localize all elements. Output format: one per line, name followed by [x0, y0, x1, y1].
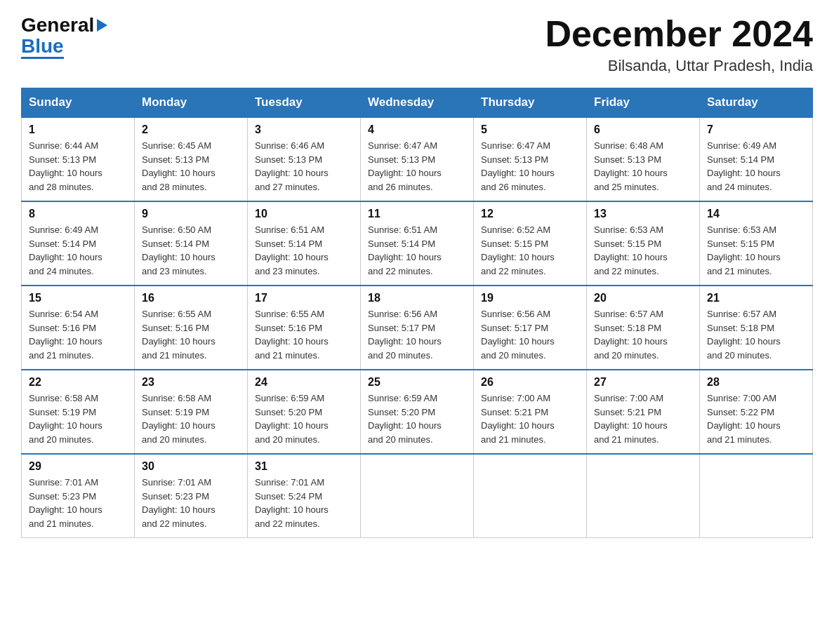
day-info: Sunrise: 6:57 AMSunset: 5:18 PMDaylight:…	[594, 307, 692, 362]
calendar-cell: 9Sunrise: 6:50 AMSunset: 5:14 PMDaylight…	[135, 201, 248, 286]
day-number: 11	[368, 208, 466, 220]
calendar-cell: 7Sunrise: 6:49 AMSunset: 5:14 PMDaylight…	[700, 117, 813, 201]
day-number: 27	[594, 376, 692, 389]
day-number: 6	[594, 123, 692, 136]
calendar-cell: 16Sunrise: 6:55 AMSunset: 5:16 PMDayligh…	[135, 286, 248, 370]
day-info: Sunrise: 7:01 AMSunset: 5:23 PMDaylight:…	[29, 476, 127, 530]
calendar-cell: 20Sunrise: 6:57 AMSunset: 5:18 PMDayligh…	[587, 286, 700, 370]
calendar-cell: 11Sunrise: 6:51 AMSunset: 5:14 PMDayligh…	[361, 201, 474, 286]
day-info: Sunrise: 7:01 AMSunset: 5:24 PMDaylight:…	[255, 476, 353, 530]
calendar-cell: 5Sunrise: 6:47 AMSunset: 5:13 PMDaylight…	[474, 117, 587, 201]
day-number: 16	[142, 292, 240, 304]
calendar-cell: 13Sunrise: 6:53 AMSunset: 5:15 PMDayligh…	[587, 201, 700, 286]
day-number: 12	[481, 208, 579, 220]
day-number: 17	[255, 292, 353, 304]
day-number: 7	[707, 123, 805, 136]
calendar-cell: 17Sunrise: 6:55 AMSunset: 5:16 PMDayligh…	[248, 286, 361, 370]
day-number: 9	[142, 208, 240, 220]
calendar-cell	[361, 454, 474, 538]
calendar-cell	[700, 454, 813, 538]
page-header: General Blue December 2024 Bilsanda, Utt…	[21, 14, 813, 75]
calendar-cell: 25Sunrise: 6:59 AMSunset: 5:20 PMDayligh…	[361, 370, 474, 454]
col-sunday: Sunday	[22, 88, 135, 118]
calendar-cell: 27Sunrise: 7:00 AMSunset: 5:21 PMDayligh…	[587, 370, 700, 454]
title-block: December 2024 Bilsanda, Uttar Pradesh, I…	[545, 14, 813, 75]
day-info: Sunrise: 6:51 AMSunset: 5:14 PMDaylight:…	[368, 223, 466, 278]
day-info: Sunrise: 6:57 AMSunset: 5:18 PMDaylight:…	[707, 307, 805, 362]
day-number: 5	[481, 123, 579, 136]
day-number: 30	[142, 460, 240, 473]
day-info: Sunrise: 6:56 AMSunset: 5:17 PMDaylight:…	[481, 307, 579, 362]
day-info: Sunrise: 6:51 AMSunset: 5:14 PMDaylight:…	[255, 223, 353, 278]
day-info: Sunrise: 6:49 AMSunset: 5:14 PMDaylight:…	[29, 223, 127, 278]
day-number: 24	[255, 376, 353, 389]
calendar-subtitle: Bilsanda, Uttar Pradesh, India	[545, 57, 813, 75]
calendar-cell	[587, 454, 700, 538]
day-info: Sunrise: 6:59 AMSunset: 5:20 PMDaylight:…	[255, 391, 353, 446]
day-info: Sunrise: 7:01 AMSunset: 5:23 PMDaylight:…	[142, 476, 240, 530]
calendar-cell: 28Sunrise: 7:00 AMSunset: 5:22 PMDayligh…	[700, 370, 813, 454]
calendar-cell: 24Sunrise: 6:59 AMSunset: 5:20 PMDayligh…	[248, 370, 361, 454]
day-number: 19	[481, 292, 579, 304]
col-saturday: Saturday	[700, 88, 813, 118]
calendar-cell: 23Sunrise: 6:58 AMSunset: 5:19 PMDayligh…	[135, 370, 248, 454]
logo-triangle-icon	[97, 19, 107, 32]
logo-line1: General	[21, 14, 107, 36]
day-info: Sunrise: 6:56 AMSunset: 5:17 PMDaylight:…	[368, 307, 466, 362]
day-number: 21	[707, 292, 805, 304]
day-number: 4	[368, 123, 466, 136]
calendar-cell: 22Sunrise: 6:58 AMSunset: 5:19 PMDayligh…	[22, 370, 135, 454]
day-number: 23	[142, 376, 240, 389]
day-number: 15	[29, 292, 127, 304]
calendar-cell: 1Sunrise: 6:44 AMSunset: 5:13 PMDaylight…	[22, 117, 135, 201]
day-info: Sunrise: 6:50 AMSunset: 5:14 PMDaylight:…	[142, 223, 240, 278]
calendar-cell: 26Sunrise: 7:00 AMSunset: 5:21 PMDayligh…	[474, 370, 587, 454]
calendar-cell: 14Sunrise: 6:53 AMSunset: 5:15 PMDayligh…	[700, 201, 813, 286]
day-number: 25	[368, 376, 466, 389]
day-info: Sunrise: 6:45 AMSunset: 5:13 PMDaylight:…	[142, 139, 240, 194]
week-row-2: 8Sunrise: 6:49 AMSunset: 5:14 PMDaylight…	[22, 201, 813, 286]
day-info: Sunrise: 6:58 AMSunset: 5:19 PMDaylight:…	[142, 391, 240, 446]
day-number: 26	[481, 376, 579, 389]
calendar-cell: 10Sunrise: 6:51 AMSunset: 5:14 PMDayligh…	[248, 201, 361, 286]
day-info: Sunrise: 6:58 AMSunset: 5:19 PMDaylight:…	[29, 391, 127, 446]
day-number: 31	[255, 460, 353, 473]
col-thursday: Thursday	[474, 88, 587, 118]
calendar-cell: 2Sunrise: 6:45 AMSunset: 5:13 PMDaylight…	[135, 117, 248, 201]
day-info: Sunrise: 6:54 AMSunset: 5:16 PMDaylight:…	[29, 307, 127, 362]
day-number: 29	[29, 460, 127, 473]
day-info: Sunrise: 7:00 AMSunset: 5:21 PMDaylight:…	[594, 391, 692, 446]
calendar-header-row: Sunday Monday Tuesday Wednesday Thursday…	[22, 88, 813, 118]
week-row-3: 15Sunrise: 6:54 AMSunset: 5:16 PMDayligh…	[22, 286, 813, 370]
day-info: Sunrise: 6:46 AMSunset: 5:13 PMDaylight:…	[255, 139, 353, 194]
calendar-table: Sunday Monday Tuesday Wednesday Thursday…	[21, 88, 813, 538]
calendar-cell: 19Sunrise: 6:56 AMSunset: 5:17 PMDayligh…	[474, 286, 587, 370]
day-number: 10	[255, 208, 353, 220]
calendar-cell: 6Sunrise: 6:48 AMSunset: 5:13 PMDaylight…	[587, 117, 700, 201]
week-row-5: 29Sunrise: 7:01 AMSunset: 5:23 PMDayligh…	[22, 454, 813, 538]
day-info: Sunrise: 6:55 AMSunset: 5:16 PMDaylight:…	[255, 307, 353, 362]
col-monday: Monday	[135, 88, 248, 118]
day-info: Sunrise: 7:00 AMSunset: 5:21 PMDaylight:…	[481, 391, 579, 446]
logo: General Blue	[21, 14, 107, 59]
calendar-cell: 15Sunrise: 6:54 AMSunset: 5:16 PMDayligh…	[22, 286, 135, 370]
logo-general-text: General	[21, 14, 94, 36]
day-number: 22	[29, 376, 127, 389]
calendar-cell	[474, 454, 587, 538]
calendar-cell: 31Sunrise: 7:01 AMSunset: 5:24 PMDayligh…	[248, 454, 361, 538]
day-number: 2	[142, 123, 240, 136]
day-info: Sunrise: 6:48 AMSunset: 5:13 PMDaylight:…	[594, 139, 692, 194]
calendar-cell: 12Sunrise: 6:52 AMSunset: 5:15 PMDayligh…	[474, 201, 587, 286]
calendar-cell: 21Sunrise: 6:57 AMSunset: 5:18 PMDayligh…	[700, 286, 813, 370]
calendar-cell: 3Sunrise: 6:46 AMSunset: 5:13 PMDaylight…	[248, 117, 361, 201]
day-info: Sunrise: 6:44 AMSunset: 5:13 PMDaylight:…	[29, 139, 127, 194]
day-number: 1	[29, 123, 127, 136]
day-number: 20	[594, 292, 692, 304]
col-wednesday: Wednesday	[361, 88, 474, 118]
day-number: 18	[368, 292, 466, 304]
calendar-cell: 8Sunrise: 6:49 AMSunset: 5:14 PMDaylight…	[22, 201, 135, 286]
calendar-title: December 2024	[545, 14, 813, 54]
day-info: Sunrise: 7:00 AMSunset: 5:22 PMDaylight:…	[707, 391, 805, 446]
day-info: Sunrise: 6:52 AMSunset: 5:15 PMDaylight:…	[481, 223, 579, 278]
logo-blue-text: Blue	[21, 36, 107, 59]
